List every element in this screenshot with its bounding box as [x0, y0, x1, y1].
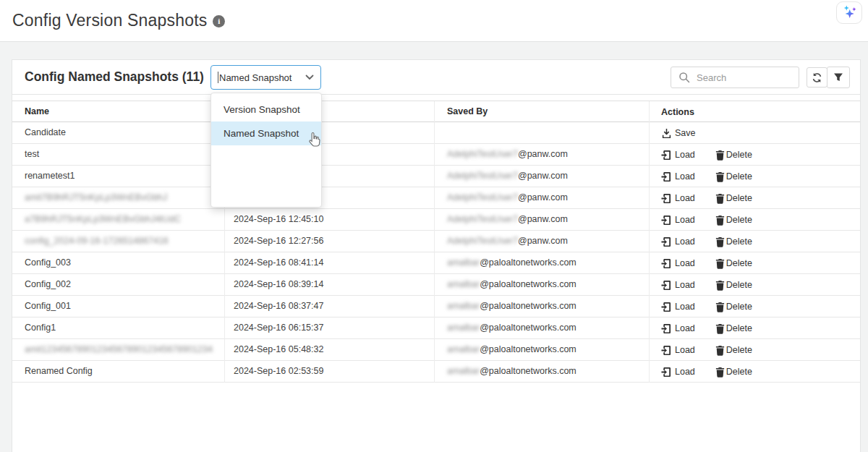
delete-button[interactable]: Delete: [715, 275, 752, 296]
load-label: Load: [675, 166, 695, 187]
load-button[interactable]: Load: [661, 318, 695, 339]
load-button[interactable]: Load: [661, 210, 695, 231]
delete-button[interactable]: Delete: [715, 210, 752, 231]
delete-button[interactable]: Delete: [715, 188, 752, 209]
delete-icon: [715, 367, 726, 378]
load-icon: [661, 171, 672, 182]
dropdown-option-version-snapshot[interactable]: Version Snapshot: [211, 98, 321, 121]
delete-button[interactable]: Delete: [715, 145, 752, 166]
table-row[interactable]: test AdelphiTestUser7@panw.com Load Dele…: [12, 144, 860, 166]
table-row[interactable]: Renamed Config 2024-Sep-16 02:53:59 amal…: [12, 361, 860, 383]
table-row[interactable]: amit1234567890123456789012345678901234 2…: [12, 339, 860, 361]
refresh-button[interactable]: [807, 67, 827, 88]
info-icon[interactable]: i: [213, 15, 225, 27]
cell-name-text: Config_002: [25, 279, 71, 289]
cell-saved-by: AdelphiTestUser7@panw.com: [435, 209, 650, 231]
load-label: Load: [675, 145, 695, 166]
load-label: Load: [675, 275, 695, 296]
cell-name: Config_002: [12, 274, 225, 296]
saved-by-domain: @paloaltonetworks.com: [480, 323, 576, 333]
cell-name: test: [12, 144, 225, 166]
load-icon: [661, 150, 672, 161]
saved-by-domain: @panw.com: [518, 149, 568, 159]
search-icon: [678, 72, 690, 83]
delete-icon: [715, 345, 726, 356]
cell-actions: Load Delete: [650, 209, 860, 231]
delete-button[interactable]: Delete: [715, 253, 752, 274]
delete-button[interactable]: Delete: [715, 340, 752, 361]
cell-saved-by: amalbar@paloaltonetworks.com: [435, 317, 650, 339]
saved-by-user: AdelphiTestUser7: [447, 192, 518, 202]
delete-button[interactable]: Delete: [715, 297, 752, 317]
cell-name: Config1: [12, 317, 225, 339]
delete-button[interactable]: Delete: [715, 318, 752, 339]
cell-date: 2024-Sep-16 12:27:56: [225, 231, 435, 252]
saved-by-domain: @panw.com: [518, 171, 568, 181]
delete-label: Delete: [726, 253, 752, 274]
cell-name: Config_001: [12, 296, 225, 317]
saved-by-domain: @paloaltonetworks.com: [480, 366, 576, 376]
cell-date: 2024-Sep-16 12:45:10: [225, 209, 435, 231]
load-label: Load: [675, 340, 695, 361]
delete-button[interactable]: Delete: [715, 362, 752, 383]
load-button[interactable]: Load: [661, 275, 695, 296]
table-row[interactable]: Config1 2024-Sep-16 06:15:37 amalbar@pal…: [12, 317, 860, 339]
cell-date-text: 2024-Sep-16 05:48:32: [234, 344, 323, 354]
delete-button[interactable]: Delete: [715, 166, 752, 187]
table-row[interactable]: renametest1 AdelphiTestUser7@panw.com Lo…: [12, 166, 860, 187]
cell-date: 2024-Sep-16 08:37:47: [225, 296, 435, 317]
filter-button[interactable]: [827, 67, 850, 88]
table-row[interactable]: Config_003 2024-Sep-16 08:41:14 amalbar@…: [12, 252, 860, 274]
col-header-saved-by[interactable]: Saved By: [435, 101, 650, 123]
load-icon: [661, 323, 672, 334]
table-row[interactable]: a7B9hRJT5nKpLp3WnEBvGbhJ4tUdC 2024-Sep-1…: [12, 209, 860, 231]
card-title: Config Named Snapshots (11): [25, 69, 204, 85]
cell-name-text: amit7B9hRJT5nKpLp3WnEBvGbhJ: [25, 192, 167, 202]
cell-actions: Load Delete: [650, 274, 860, 296]
saved-by-domain: @panw.com: [518, 236, 568, 246]
table-row[interactable]: amit7B9hRJT5nKpLp3WnEBvGbhJ AdelphiTestU…: [12, 187, 860, 209]
load-label: Load: [675, 297, 695, 317]
saved-by-user: AdelphiTestUser7: [447, 236, 518, 246]
col-header-name[interactable]: Name: [12, 101, 225, 123]
search-input[interactable]: Search: [671, 67, 799, 88]
load-button[interactable]: Load: [661, 340, 695, 361]
snapshot-type-select[interactable]: Named Snapshot: [210, 65, 321, 90]
load-button[interactable]: Load: [661, 362, 695, 383]
save-button[interactable]: Save: [661, 123, 696, 144]
save-label: Save: [675, 123, 696, 144]
table-row[interactable]: config_2024-09-16-1726514867416 2024-Sep…: [12, 231, 860, 252]
table-row[interactable]: Candidate Save: [12, 122, 860, 144]
cell-date-text: 2024-Sep-16 08:37:47: [234, 301, 323, 311]
load-icon: [661, 215, 672, 226]
load-button[interactable]: Load: [661, 253, 695, 274]
load-button[interactable]: Load: [661, 166, 695, 187]
load-icon: [661, 302, 672, 312]
load-label: Load: [675, 318, 695, 339]
cell-actions: Load Delete: [650, 144, 860, 166]
table-row[interactable]: Config_001 2024-Sep-16 08:37:47 amalbar@…: [12, 296, 860, 317]
saved-by-user: AdelphiTestUser7: [447, 149, 518, 159]
delete-label: Delete: [726, 275, 752, 296]
delete-icon: [715, 215, 726, 226]
saved-by-domain: @paloaltonetworks.com: [480, 344, 576, 354]
cell-actions: Load Delete: [650, 296, 860, 317]
cell-saved-by: amalbar@paloaltonetworks.com: [435, 296, 650, 317]
load-label: Load: [675, 210, 695, 231]
delete-icon: [715, 236, 726, 247]
cell-saved-by: amalbar@paloaltonetworks.com: [435, 274, 650, 296]
load-button[interactable]: Load: [661, 231, 695, 252]
load-button[interactable]: Load: [661, 188, 695, 209]
dropdown-option-named-snapshot[interactable]: Named Snapshot: [211, 121, 321, 145]
cell-date: 2024-Sep-16 08:39:14: [225, 274, 435, 296]
load-icon: [661, 236, 672, 247]
cell-name: config_2024-09-16-1726514867416: [12, 231, 225, 252]
load-button[interactable]: Load: [661, 297, 695, 317]
delete-button[interactable]: Delete: [715, 231, 752, 252]
table-row[interactable]: Config_002 2024-Sep-16 08:39:14 amalbar@…: [12, 274, 860, 296]
saved-by-domain: @paloaltonetworks.com: [480, 257, 576, 268]
delete-icon: [715, 193, 726, 204]
load-button[interactable]: Load: [661, 145, 695, 166]
delete-icon: [715, 258, 726, 269]
ai-copilot-button[interactable]: [836, 1, 862, 24]
